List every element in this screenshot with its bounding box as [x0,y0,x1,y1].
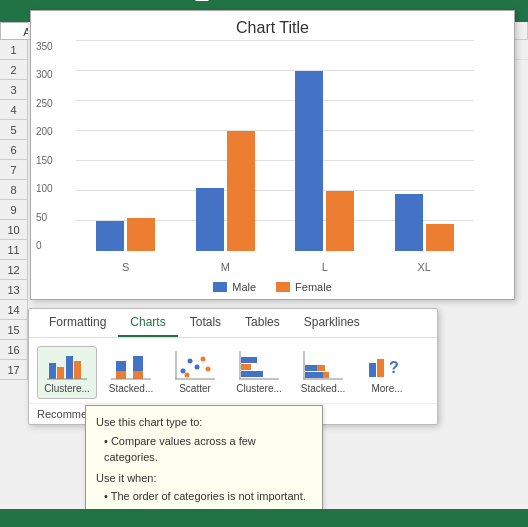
toolbar-tabs: Formatting Charts Totals Tables Sparklin… [29,309,437,338]
row-6: 6 [0,140,28,160]
row-15: 15 [0,320,28,340]
svg-point-14 [201,357,206,362]
clustered-bar2-button[interactable]: Clustere... [229,347,289,398]
more-charts-label: More... [371,383,402,394]
y-axis: 0 50 100 150 200 250 300 350 [36,41,53,251]
y-label: 150 [36,155,53,166]
stacked-bar2-icon [303,351,343,381]
svg-rect-8 [133,371,143,379]
svg-rect-23 [305,365,317,371]
clustered-bar-label: Clustere... [44,383,90,394]
svg-rect-30 [377,359,384,377]
svg-rect-6 [116,371,126,379]
legend-female: Female [276,281,332,293]
bar-l-female [326,191,354,251]
svg-rect-3 [74,361,81,379]
svg-rect-19 [241,364,251,370]
row-1: 1 [0,40,28,60]
tab-formatting[interactable]: Formatting [37,309,118,337]
more-charts-button[interactable]: ? More... [357,347,417,398]
svg-rect-20 [241,371,263,377]
bar-group-m [196,131,255,251]
svg-rect-0 [49,363,56,379]
row-13: 13 [0,280,28,300]
tab-tables[interactable]: Tables [233,309,292,337]
svg-rect-26 [323,372,329,378]
row-17: 17 [0,360,28,380]
chart-type-tooltip: Use this chart type to: • Compare values… [85,405,323,514]
chart-container: Chart Title 0 50 100 150 200 250 300 350 [30,10,515,300]
row-10: 10 [0,220,28,240]
scatter-button[interactable]: Scatter [165,347,225,398]
bar-s-female [127,218,155,251]
tab-totals[interactable]: Totals [178,309,233,337]
svg-point-15 [206,367,211,372]
clustered-bar-button[interactable]: Clustere... [37,346,97,399]
bar-m-female [227,131,255,251]
y-label: 0 [36,240,53,251]
legend-label-male: Male [232,281,256,293]
bar-l-male [295,71,323,251]
row-16: 16 [0,340,28,360]
row-9: 9 [0,200,28,220]
status-bar [0,509,528,527]
more-charts-icon: ? [367,351,407,381]
x-label-s: S [96,261,155,273]
row-numbers: 1 2 3 4 5 6 7 8 9 10 11 12 13 14 15 16 1… [0,40,28,380]
row-11: 11 [0,240,28,260]
row-7: 7 [0,160,28,180]
stacked-bar-button[interactable]: Stacked... [101,347,161,398]
stacked-bar-icon [111,351,151,381]
tab-charts[interactable]: Charts [118,309,177,337]
row-14: 14 [0,300,28,320]
row-8: 8 [0,180,28,200]
svg-point-12 [195,365,200,370]
legend-male: Male [213,281,256,293]
chart-legend: Male Female [31,281,514,293]
svg-rect-7 [133,356,143,371]
y-label: 100 [36,183,53,194]
x-label-xl: XL [395,261,454,273]
bar-xl-male [395,194,423,251]
x-axis: S M L XL [76,261,474,273]
tooltip-when-header: Use it when: [96,470,312,487]
scatter-icon [175,351,215,381]
stacked-bar2-button[interactable]: Stacked... [293,347,353,398]
chart-title: Chart Title [31,19,514,37]
row-3: 3 [0,80,28,100]
bar-m-male [196,188,224,251]
svg-point-13 [185,373,190,378]
bar-group-l [295,71,354,251]
x-label-m: M [196,261,255,273]
svg-rect-24 [317,365,325,371]
legend-label-female: Female [295,281,332,293]
tab-sparklines[interactable]: Sparklines [292,309,372,337]
scatter-label: Scatter [179,383,211,394]
svg-point-10 [181,369,186,374]
toolbar-pointer-inner [195,0,209,1]
y-label: 200 [36,126,53,137]
row-2: 2 [0,60,28,80]
bar-xl-female [426,224,454,251]
bar-group-xl [395,194,454,251]
svg-text:?: ? [389,359,399,376]
y-label: 50 [36,212,53,223]
tooltip-bullet-1: • Compare values across a few categories… [96,433,312,466]
svg-rect-2 [66,356,73,379]
row-5: 5 [0,120,28,140]
row-12: 12 [0,260,28,280]
tooltip-bullet-2: • The order of categories is not importa… [96,488,312,505]
clustered-bar2-icon [239,351,279,381]
svg-rect-25 [305,372,323,378]
toolbar-icon-row: Clustere... Stacked... [29,338,437,403]
bar-s-male [96,221,124,251]
bar-group-s [96,218,155,251]
svg-point-11 [188,359,193,364]
svg-rect-29 [369,363,376,377]
clustered-bar-icon [47,351,87,381]
y-label: 350 [36,41,53,52]
y-label: 250 [36,98,53,109]
legend-dot-male [213,282,227,292]
row-4: 4 [0,100,28,120]
tooltip-header: Use this chart type to: [96,414,312,431]
